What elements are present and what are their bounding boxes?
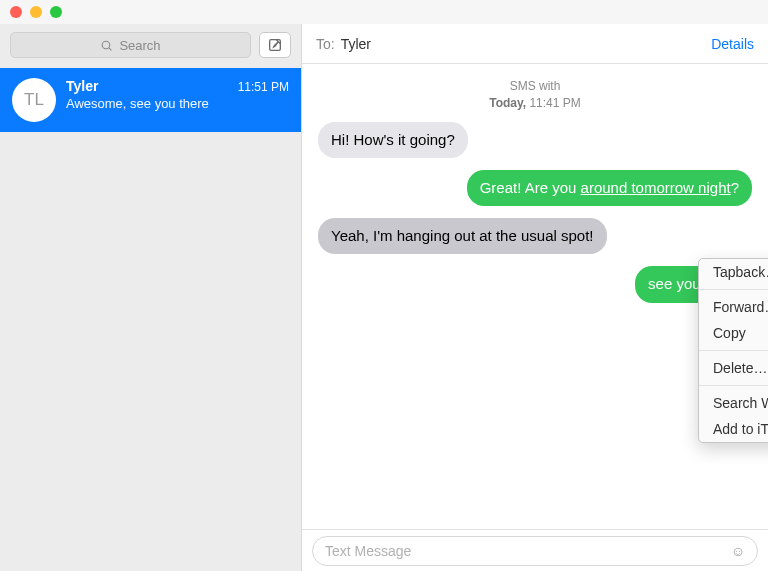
message-bubble-incoming[interactable]: Hi! How's it going? bbox=[318, 122, 468, 158]
menu-item-tapback[interactable]: Tapback… bbox=[699, 259, 768, 285]
search-placeholder: Search bbox=[119, 38, 160, 53]
message-row-2: Great! Are you around tomorrow night? bbox=[318, 170, 752, 206]
message-input[interactable]: Text Message ☺ bbox=[312, 536, 758, 566]
window-body: Search TL Tyler 11:51 PM Awesome, see yo… bbox=[0, 24, 768, 571]
menu-item-delete[interactable]: Delete… bbox=[699, 355, 768, 381]
search-icon bbox=[100, 39, 113, 52]
compose-icon bbox=[267, 37, 283, 53]
to-name: Tyler bbox=[341, 36, 371, 52]
message-input-placeholder: Text Message bbox=[325, 543, 411, 559]
conversation-name: Tyler bbox=[66, 78, 98, 94]
conversation-text: Tyler 11:51 PM Awesome, see you there bbox=[66, 78, 289, 111]
svg-point-0 bbox=[103, 41, 111, 49]
conversation-item[interactable]: TL Tyler 11:51 PM Awesome, see you there bbox=[0, 68, 301, 132]
conversation-header: Tyler 11:51 PM bbox=[66, 78, 289, 94]
svg-line-1 bbox=[109, 47, 111, 49]
context-menu: Tapback… Forward… Copy Delete… Search Wi… bbox=[698, 258, 768, 443]
status-line2: Today, 11:41 PM bbox=[318, 95, 752, 112]
input-bar: Text Message ☺ bbox=[302, 529, 768, 571]
status-today: Today, bbox=[489, 96, 526, 110]
traffic-light-zoom-icon[interactable] bbox=[50, 6, 62, 18]
message-bubble-incoming-selected[interactable]: Yeah, I'm hanging out at the usual spot! bbox=[318, 218, 607, 254]
menu-item-add-itunes[interactable]: Add to iTunes as a Spoken Track bbox=[699, 416, 768, 442]
traffic-light-minimize-icon[interactable] bbox=[30, 6, 42, 18]
avatar-initials: TL bbox=[24, 90, 44, 110]
details-button[interactable]: Details bbox=[711, 36, 754, 52]
message-text-part-c: ? bbox=[731, 179, 739, 196]
conversation-time: 11:51 PM bbox=[238, 80, 289, 94]
status-time: 11:41 PM bbox=[529, 96, 580, 110]
traffic-light-close-icon[interactable] bbox=[10, 6, 22, 18]
message-row-4: see you there bbox=[318, 266, 752, 302]
menu-separator bbox=[699, 350, 768, 351]
conversation-preview: Awesome, see you there bbox=[66, 96, 289, 111]
message-row-3: Yeah, I'm hanging out at the usual spot! bbox=[318, 218, 752, 254]
chat-header: To: Tyler Details bbox=[302, 24, 768, 64]
message-text: Hi! How's it going? bbox=[331, 131, 455, 148]
to-label: To: bbox=[316, 36, 335, 52]
message-text-part-a: Great! Are you bbox=[480, 179, 581, 196]
menu-item-copy[interactable]: Copy bbox=[699, 320, 768, 346]
menu-item-forward[interactable]: Forward… bbox=[699, 294, 768, 320]
status-line1: SMS with bbox=[318, 78, 752, 95]
menu-item-search-google[interactable]: Search With Google bbox=[699, 390, 768, 416]
sidebar-toolbar: Search bbox=[0, 24, 301, 68]
compose-button[interactable] bbox=[259, 32, 291, 58]
thread-status: SMS with Today, 11:41 PM bbox=[318, 78, 752, 112]
window-titlebar bbox=[0, 0, 768, 24]
message-row-1: Hi! How's it going? bbox=[318, 122, 752, 158]
emoji-picker-icon[interactable]: ☺ bbox=[731, 543, 745, 559]
message-text: Yeah, I'm hanging out at the usual spot! bbox=[331, 227, 594, 244]
sidebar: Search TL Tyler 11:51 PM Awesome, see yo… bbox=[0, 24, 302, 571]
message-bubble-outgoing[interactable]: Great! Are you around tomorrow night? bbox=[467, 170, 752, 206]
messages-window: Search TL Tyler 11:51 PM Awesome, see yo… bbox=[0, 0, 768, 571]
menu-separator bbox=[699, 289, 768, 290]
main-pane: To: Tyler Details SMS with Today, 11:41 … bbox=[302, 24, 768, 571]
detected-link[interactable]: around tomorrow night bbox=[581, 179, 731, 196]
menu-separator bbox=[699, 385, 768, 386]
search-input[interactable]: Search bbox=[10, 32, 251, 58]
avatar: TL bbox=[12, 78, 56, 122]
